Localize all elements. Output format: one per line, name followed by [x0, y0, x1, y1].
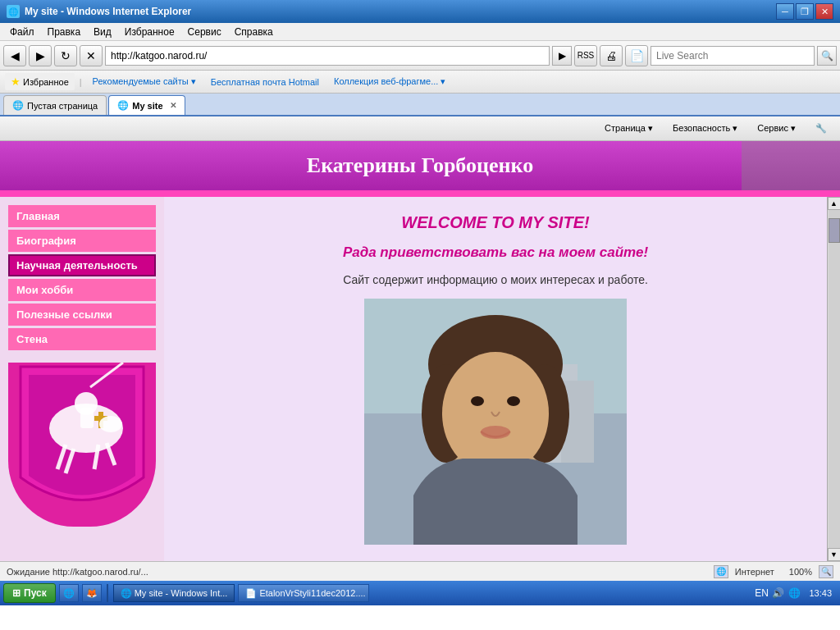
nav-science[interactable]: Научная деятельность — [8, 254, 156, 276]
svg-point-20 — [442, 352, 549, 475]
coat-of-arms — [8, 363, 156, 527]
page-wrapper: Екатерины Горбоценко Главная Биография Н… — [0, 141, 840, 561]
svg-rect-2 — [80, 408, 94, 428]
taskbar-mysite[interactable]: 🌐 My site - Windows Int... — [113, 584, 235, 602]
search-input[interactable] — [651, 46, 815, 66]
address-bar[interactable] — [105, 46, 550, 66]
cmd-tools[interactable]: Сервис ▾ — [751, 121, 802, 135]
scroll-track[interactable] — [829, 210, 840, 548]
zoom-icon: 🔍 — [819, 565, 833, 578]
nav-wall[interactable]: Стена — [8, 328, 156, 350]
command-bar: Страница ▾ Безопасность ▾ Сервис ▾ 🔧 — [0, 116, 840, 141]
volume-icon[interactable]: 🔊 — [771, 587, 784, 600]
taskbar-etalon-label: EtalonVrStyli11dec2012.... — [259, 588, 365, 598]
main-row: Главная Биография Научная деятельность М… — [0, 197, 840, 561]
print-button[interactable]: 🖨 — [600, 45, 623, 66]
menu-favorites[interactable]: Избранное — [118, 25, 181, 39]
svg-point-23 — [481, 426, 510, 439]
network-icon: 🌐 — [788, 587, 801, 600]
welcome-title: WELCOME TO MY SITE! — [180, 213, 810, 232]
sidebar: Главная Биография Научная деятельность М… — [0, 197, 164, 561]
tab-label-mysite: My site — [132, 101, 162, 111]
menu-help[interactable]: Справка — [228, 25, 280, 39]
refresh-button[interactable]: ↻ — [54, 45, 77, 66]
welcome-subtitle: Рада приветствовать вас на моем сайте! — [180, 244, 810, 261]
start-button[interactable]: ⊞ Пуск — [3, 583, 56, 603]
svg-point-21 — [471, 396, 484, 406]
go-button[interactable]: ▶ — [552, 46, 572, 66]
forward-button[interactable]: ▶ — [29, 45, 52, 66]
webfrag-link[interactable]: Коллекция веб-фрагме... ▾ — [328, 74, 451, 89]
tab-icon-empty: 🌐 — [12, 100, 24, 111]
close-button[interactable]: ✕ — [815, 3, 833, 20]
minimize-button[interactable]: ─ — [776, 3, 794, 20]
welcome-body-text: Сайт содержит информацию о моих интереса… — [180, 273, 810, 286]
favorites-label: Избранное — [23, 77, 69, 87]
window-controls: ─ ❐ ✕ — [776, 3, 833, 20]
page-content-area: Екатерины Горбоценко Главная Биография Н… — [0, 141, 840, 561]
page-button[interactable]: 📄 — [625, 45, 648, 66]
start-label: Пуск — [24, 587, 47, 599]
zone-label: Интернет — [735, 567, 774, 577]
zoom-level: 100% — [789, 567, 812, 577]
scroll-up-button[interactable]: ▲ — [828, 197, 841, 210]
stop-button[interactable]: ✕ — [80, 45, 103, 66]
tab-empty-page[interactable]: 🌐 Пустая страница — [3, 95, 107, 115]
cmd-page[interactable]: Страница ▾ — [598, 121, 660, 135]
taskbar-mysite-label: My site - Windows Int... — [135, 588, 228, 598]
svg-point-10 — [99, 416, 122, 432]
language-indicator: EN — [755, 587, 768, 600]
nav-home[interactable]: Главная — [8, 205, 156, 227]
pink-stripe — [0, 190, 840, 197]
back-button[interactable]: ◀ — [3, 45, 26, 66]
title-bar: 🌐 My site - Windows Internet Explorer ─ … — [0, 0, 840, 23]
tab-close-mysite[interactable]: ✕ — [170, 101, 176, 110]
taskbar-mysite-icon: 🌐 — [121, 588, 132, 599]
taskbar-etalon[interactable]: 📄 EtalonVrStyli11dec2012.... — [238, 584, 369, 602]
taskbar-separator — [107, 584, 108, 602]
windows-logo: ⊞ — [12, 587, 21, 599]
menu-bar: Файл Правка Вид Избранное Сервис Справка — [0, 23, 840, 41]
menu-tools[interactable]: Сервис — [181, 25, 228, 39]
search-button[interactable]: 🔍 — [817, 46, 837, 66]
status-right: 🌐 Интернет 100% 🔍 — [714, 565, 833, 578]
taskbar-ie-icon[interactable]: 🌐 — [59, 584, 79, 602]
status-bar: Ожидание http://katgoo.narod.ru/... 🌐 Ин… — [0, 561, 840, 581]
nav-biography[interactable]: Биография — [8, 230, 156, 252]
cmd-security[interactable]: Безопасность ▾ — [666, 121, 744, 135]
tab-icon-mysite: 🌐 — [117, 100, 129, 111]
main-content: WELCOME TO MY SITE! Рада приветствовать … — [164, 197, 827, 561]
nav-links[interactable]: Полезные ссылки — [8, 304, 156, 326]
scroll-thumb[interactable] — [829, 218, 840, 243]
tabs-bar: 🌐 Пустая страница 🌐 My site ✕ — [0, 94, 840, 116]
hotmail-link[interactable]: Бесплатная почта Hotmail — [205, 75, 325, 89]
cmd-settings[interactable]: 🔧 — [809, 121, 833, 135]
internet-icon: 🌐 — [714, 565, 728, 578]
favorites-bar: ★ Избранное | Рекомендуемые сайты ▾ Бесп… — [0, 71, 840, 94]
window-title: My site - Windows Internet Explorer — [25, 6, 191, 17]
browser-icon: 🌐 — [7, 5, 20, 18]
person-photo — [364, 299, 627, 545]
nav-hobbies[interactable]: Мои хобби — [8, 279, 156, 301]
taskbar-firefox-icon[interactable]: 🦊 — [82, 584, 102, 602]
taskbar-etalon-icon: 📄 — [245, 588, 257, 599]
nav-toolbar: ◀ ▶ ↻ ✕ ▶ RSS 🖨 📄 🔍 — [0, 41, 840, 71]
header-title: Екатерины Горбоценко — [307, 153, 533, 178]
restore-button[interactable]: ❐ — [796, 3, 814, 20]
recommended-sites[interactable]: Рекомендуемые сайты ▾ — [87, 74, 202, 89]
loading-status: Ожидание http://katgoo.narod.ru/... — [7, 567, 148, 577]
menu-view[interactable]: Вид — [87, 25, 118, 39]
star-icon: ★ — [11, 75, 21, 88]
menu-edit[interactable]: Правка — [41, 25, 88, 39]
header-banner: Екатерины Горбоценко — [0, 141, 840, 190]
taskbar: ⊞ Пуск 🌐 🦊 🌐 My site - Windows Int... 📄 … — [0, 581, 840, 605]
favorites-button[interactable]: ★ Избранное — [5, 73, 75, 90]
scroll-down-button[interactable]: ▼ — [828, 548, 841, 561]
menu-file[interactable]: Файл — [3, 25, 41, 39]
clock: 13:43 — [804, 588, 837, 598]
rss-button[interactable]: RSS — [574, 45, 597, 66]
tab-my-site[interactable]: 🌐 My site ✕ — [108, 95, 185, 115]
svg-point-22 — [507, 396, 520, 406]
scrollbar: ▲ ▼ — [827, 197, 840, 561]
tab-label-empty: Пустая страница — [27, 101, 98, 111]
